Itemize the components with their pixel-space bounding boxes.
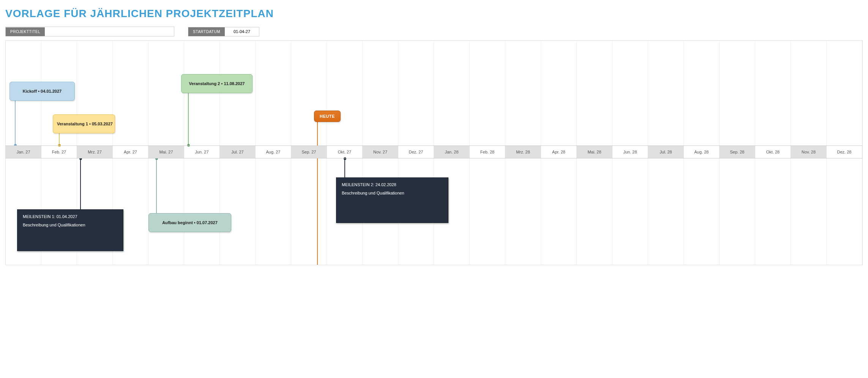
event-aufbau: Aufbau beginnt • 01.07.2027: [148, 213, 231, 232]
month-cell: Mrz. 28: [505, 146, 541, 158]
month-cell: Jul. 28: [648, 146, 684, 158]
event-kickoff: Kickoff • 04.01.2027: [9, 82, 75, 101]
start-date-field: STARTDATUM 01-04-27: [188, 27, 259, 36]
connector-v1: [59, 132, 60, 146]
milestone-2-desc: Beschreibung und Qualifikationen: [342, 191, 443, 195]
project-title-field: PROJEKTTITEL: [5, 27, 174, 36]
month-cell: Dez. 27: [398, 146, 434, 158]
header-fields: PROJEKTTITEL STARTDATUM 01-04-27: [5, 27, 863, 36]
start-date-label: STARTDATUM: [188, 27, 225, 36]
connector-today: [317, 120, 318, 265]
milestone-1-desc: Beschreibung und Qualifikationen: [23, 223, 118, 227]
connector-m1: [80, 158, 81, 210]
month-cell: Sep. 28: [720, 146, 755, 158]
month-cell: Nov. 27: [363, 146, 398, 158]
page-title: VORLAGE FÜR JÄHRLICHEN PROJEKTZEITPLAN: [5, 8, 863, 20]
project-title-input[interactable]: [45, 27, 174, 36]
month-cell: Aug. 28: [684, 146, 720, 158]
timeline-chart: Kickoff • 04.01.2027 Veranstaltung 1 • 0…: [5, 40, 863, 265]
connector-v2: [188, 90, 189, 146]
month-cell: Jun. 28: [612, 146, 648, 158]
today-marker: HEUTE: [314, 111, 341, 122]
month-cell: Okt. 27: [327, 146, 363, 158]
milestone-2-title: MEILENSTEIN 2: 24.02.2028: [342, 182, 443, 187]
milestone-1: MEILENSTEIN 1: 01.04.2027 Beschreibung u…: [17, 209, 123, 251]
month-cell: Apr. 28: [541, 146, 577, 158]
month-cell: Mrz. 27: [77, 146, 113, 158]
month-cell: Feb. 27: [41, 146, 77, 158]
month-cell: Dez. 28: [827, 146, 862, 158]
event-v2: Veranstaltung 2 • 11.08.2027: [181, 74, 253, 93]
milestone-2: MEILENSTEIN 2: 24.02.2028 Beschreibung u…: [336, 177, 448, 223]
month-cell: Jan. 28: [434, 146, 470, 158]
month-cell: Jan. 27: [6, 146, 41, 158]
month-cell: Aug. 27: [256, 146, 291, 158]
month-cell: Mai. 28: [577, 146, 612, 158]
month-axis: Jan. 27Feb. 27Mrz. 27Apr. 27Mai. 27Jun. …: [6, 146, 862, 158]
month-cell: Mai. 27: [148, 146, 184, 158]
event-v1: Veranstaltung 1 • 05.03.2027: [53, 114, 115, 133]
connector-m2: [344, 158, 345, 178]
month-cell: Jul. 27: [220, 146, 256, 158]
start-date-value: 01-04-27: [225, 28, 259, 35]
month-cell: Apr. 27: [113, 146, 148, 158]
month-cell: Okt. 28: [755, 146, 791, 158]
connector-aufbau: [156, 158, 157, 214]
month-cell: Nov. 28: [791, 146, 827, 158]
project-title-label: PROJEKTTITEL: [6, 27, 45, 36]
month-cell: Sep. 27: [291, 146, 327, 158]
connector-kickoff: [15, 100, 16, 146]
milestone-1-title: MEILENSTEIN 1: 01.04.2027: [23, 214, 118, 219]
month-cell: Jun. 27: [184, 146, 220, 158]
month-cell: Feb. 28: [470, 146, 505, 158]
